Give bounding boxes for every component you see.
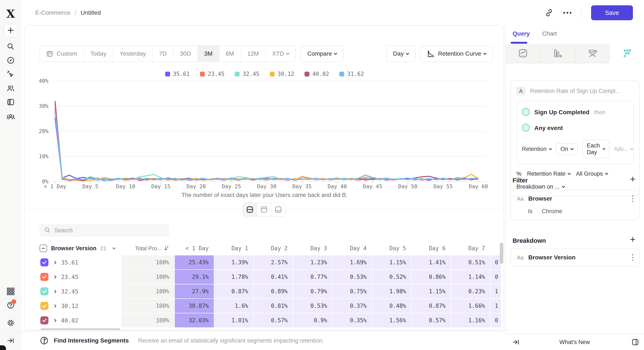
sort-icon[interactable]: [164, 246, 169, 251]
search-icon[interactable]: [0, 43, 21, 50]
more-options-icon[interactable]: [563, 11, 572, 14]
date-range-custom[interactable]: Custom: [40, 46, 84, 62]
breakdown-card[interactable]: Aa Browser Version: [510, 249, 640, 266]
groups-dropdown[interactable]: All Groups: [576, 171, 608, 177]
horizontal-scrollbar[interactable]: [40, 328, 120, 330]
retention-cell[interactable]: 27.9%: [175, 284, 214, 298]
retention-cell[interactable]: 0.9%: [293, 313, 332, 327]
expand-row-icon[interactable]: [53, 304, 56, 308]
chart-type-funnels[interactable]: [541, 44, 576, 63]
retention-cell[interactable]: 1.56%: [372, 313, 411, 327]
retention-cell-clipped[interactable]: 0: [490, 255, 501, 269]
chart-type-flows[interactable]: [576, 44, 610, 63]
collapse-panel-icon[interactable]: [512, 339, 520, 345]
table-header-day[interactable]: < 1 Day: [175, 242, 214, 255]
breakdown-on-dropdown[interactable]: Breakdown on ...: [516, 183, 634, 190]
table-row-label[interactable]: 32.45: [40, 284, 121, 298]
segments-title[interactable]: Find Interesting Segments: [54, 337, 129, 344]
granularity-dropdown[interactable]: Day: [386, 45, 416, 62]
apps-grid-icon[interactable]: [0, 287, 21, 295]
breadcrumb-project[interactable]: E-Commerce: [35, 9, 70, 16]
expand-row-icon[interactable]: [53, 290, 56, 293]
retention-cell[interactable]: 1.01%: [214, 313, 253, 327]
on-dropdown[interactable]: On: [556, 143, 578, 155]
kebab-menu-icon[interactable]: [632, 254, 633, 261]
save-button[interactable]: Save: [591, 5, 633, 20]
cohorts-icon[interactable]: [0, 113, 21, 121]
breadcrumb-report-title[interactable]: Untitled: [81, 9, 101, 16]
boards-icon[interactable]: [0, 98, 21, 106]
retention-cell[interactable]: 1.6%: [214, 299, 253, 313]
tab-query[interactable]: Query: [512, 30, 530, 37]
tab-chart[interactable]: Chart: [542, 30, 557, 37]
series-line-35.61[interactable]: [55, 118, 478, 180]
create-button[interactable]: [4, 24, 18, 37]
chart-type-retention[interactable]: [610, 44, 644, 63]
side-panel-icon[interactable]: [632, 339, 639, 346]
filter-property-label[interactable]: Browser: [528, 195, 552, 202]
table-header-day[interactable]: Day 2: [254, 242, 293, 255]
legend-item[interactable]: 32.45: [235, 71, 259, 77]
table-header-total[interactable]: Total Pro...: [122, 242, 174, 255]
date-range-12m[interactable]: 12M: [241, 46, 266, 62]
retention-cell[interactable]: 0.89%: [254, 284, 293, 298]
compare-button[interactable]: Compare: [300, 45, 344, 62]
retention-cell[interactable]: 25.43%: [175, 255, 214, 269]
retention-cell[interactable]: 32.03%: [175, 313, 214, 327]
copy-link-icon[interactable]: [544, 8, 554, 17]
retention-cell[interactable]: 1.98%: [372, 284, 411, 298]
row-checkbox[interactable]: [40, 258, 48, 266]
filter-operator[interactable]: Is: [528, 208, 532, 215]
layout-table-button[interactable]: [271, 203, 285, 216]
layout-chart-button[interactable]: [257, 203, 271, 216]
legend-item[interactable]: 40.02: [304, 71, 329, 77]
retention-cell[interactable]: 0.41%: [254, 270, 293, 284]
retention-cell[interactable]: 1.41%: [412, 255, 451, 269]
query-title[interactable]: Retention Rate of Sign Up Compl...: [530, 88, 620, 94]
segments-bar[interactable]: Find Interesting Segments Receive an ema…: [21, 331, 505, 350]
retention-cell[interactable]: 0.79%: [293, 284, 332, 298]
retention-type-dropdown[interactable]: Retention: [522, 146, 552, 152]
series-line-30.12[interactable]: [55, 104, 478, 181]
explore-compass-icon[interactable]: [0, 56, 21, 64]
date-range-30d[interactable]: 30D: [174, 46, 198, 62]
retention-cell[interactable]: 0.81%: [254, 299, 293, 313]
filter-card[interactable]: Aa Browser Is Chrome: [510, 190, 640, 220]
retention-cell[interactable]: 1.39%: [214, 255, 253, 269]
legend-item[interactable]: 23.45: [200, 71, 224, 77]
users-icon[interactable]: [0, 84, 21, 92]
retention-cell[interactable]: 0.87%: [214, 284, 253, 298]
expand-row-icon[interactable]: [53, 319, 56, 322]
retention-cell[interactable]: 30.87%: [175, 299, 214, 313]
retention-cell[interactable]: 0.77%: [293, 270, 332, 284]
interval-dropdown[interactable]: Each Day: [582, 140, 610, 158]
select-all-checkbox[interactable]: [40, 244, 47, 252]
retention-cell[interactable]: 1.16%: [451, 313, 490, 327]
retention-cell[interactable]: 0.75%: [333, 284, 372, 298]
date-range-3m[interactable]: 3M: [198, 46, 219, 62]
retention-cell[interactable]: 0.52%: [372, 270, 411, 284]
add-filter-button[interactable]: +: [630, 174, 636, 184]
series-line-32.45[interactable]: [55, 112, 478, 181]
row-checkbox[interactable]: [40, 302, 48, 310]
help-icon[interactable]: [0, 301, 21, 310]
retention-cell[interactable]: 0.23%: [451, 284, 490, 298]
legend-item[interactable]: 35.61: [165, 71, 190, 77]
table-row-label[interactable]: 35.61: [40, 255, 121, 269]
retention-cell[interactable]: 2.57%: [254, 255, 293, 269]
retention-cell[interactable]: 1.15%: [372, 255, 411, 269]
date-range-xtd[interactable]: XTD: [266, 46, 295, 62]
layout-split-button[interactable]: [243, 203, 257, 216]
series-line-23.45[interactable]: [55, 109, 478, 181]
retention-line-chart[interactable]: [24, 79, 504, 188]
kebab-menu-icon[interactable]: [632, 195, 633, 202]
retention-cell-clipped[interactable]: 1: [490, 284, 501, 298]
add-breakdown-button[interactable]: +: [630, 235, 636, 244]
step-born-event[interactable]: Sign Up Completed then: [522, 107, 628, 118]
table-row-label[interactable]: 23.45: [40, 270, 121, 284]
expand-row-icon[interactable]: [53, 261, 56, 264]
table-header-day[interactable]: Day 1: [214, 242, 253, 255]
filter-value[interactable]: Chrome: [542, 208, 562, 215]
date-range-7d[interactable]: 7D: [153, 46, 174, 62]
chart-type-dropdown[interactable]: Retention Curve: [420, 45, 493, 62]
